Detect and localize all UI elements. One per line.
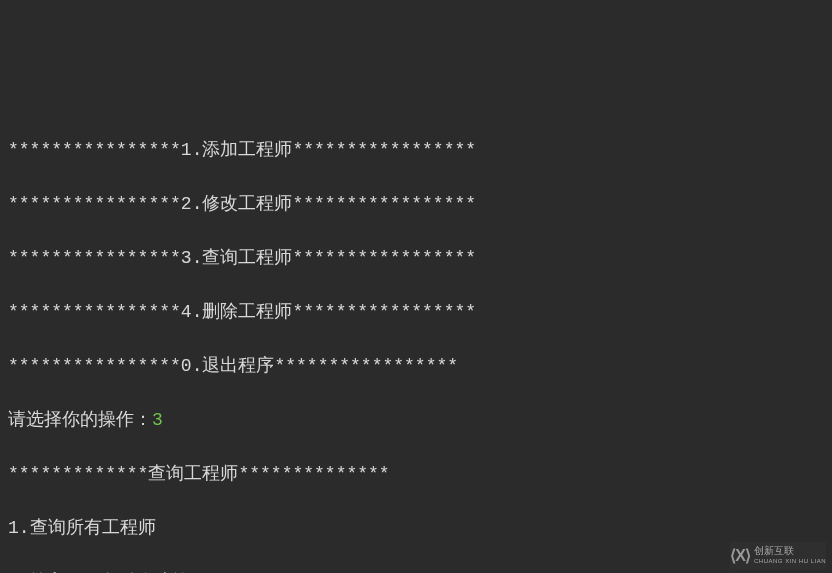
menu-line: ****************4.删除工程师***************** [8,299,824,326]
watermark-text-cn: 创新互联 [754,546,826,556]
submenu-option: 1.查询所有工程师 [8,515,824,542]
watermark-text-en: CHUANG XIN HU LIAN [754,556,826,566]
user-input: 3 [152,410,163,430]
menu-line: ****************1.添加工程师***************** [8,137,824,164]
prompt-line[interactable]: 请选择你的操作：3 [8,407,824,434]
watermark: ⟨X⟩ 创新互联 CHUANG XIN HU LIAN [730,542,826,569]
prompt-label: 请选择你的操作： [8,410,152,430]
submenu-option: 2.输入工程师姓名查询 [8,569,824,573]
terminal-output: ****************1.添加工程师*****************… [0,108,832,573]
submenu-header: *************查询工程师************** [8,461,824,488]
watermark-logo-icon: ⟨X⟩ [730,542,750,569]
menu-line: ****************2.修改工程师***************** [8,191,824,218]
menu-line: ****************0.退出程序***************** [8,353,824,380]
menu-line: ****************3.查询工程师***************** [8,245,824,272]
